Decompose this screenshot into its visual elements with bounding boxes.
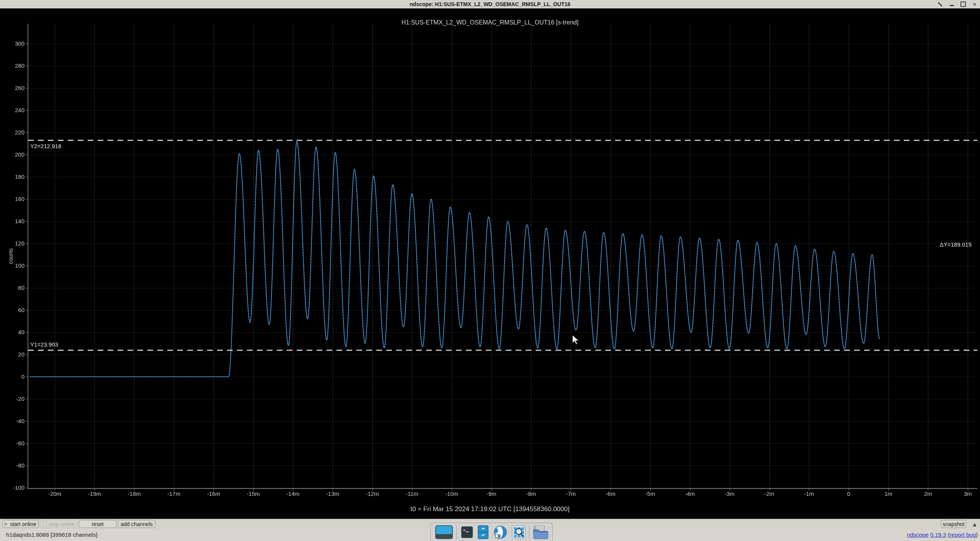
snapshot-button[interactable]: snapshot: [941, 520, 966, 528]
terminal-icon[interactable]: >: [460, 525, 474, 539]
y-tick-label: 220: [2, 129, 24, 136]
expand-triangle-button[interactable]: ▲: [970, 520, 980, 528]
x-tick-label: -10m: [436, 490, 467, 497]
x-tick-label: -20m: [39, 490, 70, 497]
y-tick-label: -40: [2, 418, 24, 424]
x-tick-label: -12m: [357, 490, 388, 497]
minimize-button[interactable]: [949, 1, 955, 7]
x-tick-label: 0: [833, 490, 864, 497]
x-tick-label: -8m: [516, 490, 546, 497]
maximize-button[interactable]: [960, 1, 966, 7]
desktop-icon[interactable]: [435, 525, 453, 539]
reset-button[interactable]: reset: [79, 520, 116, 528]
title-bar[interactable]: ndscope: H1:SUS-ETMX_L2_WD_OSEMAC_RMSLP_…: [0, 0, 980, 9]
x-tick-label: -11m: [397, 490, 427, 497]
y-tick-label: 140: [2, 218, 24, 224]
y-tick-label: 160: [2, 196, 24, 202]
close-button[interactable]: ✕: [972, 1, 978, 7]
x-tick-label: -15m: [238, 490, 269, 497]
x-tick-label: -6m: [595, 490, 626, 497]
x-tick-label: -17m: [158, 490, 189, 497]
y-tick-label: 20: [2, 351, 24, 358]
snapshot-label: snapshot: [943, 521, 965, 527]
server-status: h1daqnds1:8088 [399618 channels]: [6, 531, 98, 538]
version-info: ndscope 0.19.3 (report bug): [907, 531, 978, 538]
y-tick-label: 260: [2, 85, 24, 91]
shade-button[interactable]: [937, 1, 943, 7]
y-tick-label: 120: [2, 240, 24, 247]
y-tick-label: 0: [2, 373, 24, 380]
x-tick-label: -2m: [754, 490, 785, 497]
web-browser-icon[interactable]: [492, 525, 508, 539]
delta-y-label: ΔY=189.015: [940, 241, 972, 248]
t0-label: t0 = Fri Mar 15 2024 17:19:02 UTC [13945…: [0, 505, 980, 513]
y-tick-label: 280: [2, 62, 24, 69]
report-bug-link[interactable]: report bug: [950, 531, 976, 538]
reset-label: reset: [91, 521, 103, 527]
bug-paren-close: ): [976, 531, 978, 538]
start-online-label: start online: [10, 521, 36, 527]
y-tick-label: -60: [2, 440, 24, 446]
y-tick-label: 180: [2, 173, 24, 180]
ndscope-link[interactable]: ndscope: [907, 531, 929, 538]
x-tick-label: -3m: [714, 490, 745, 497]
x-tick-label: -1m: [794, 490, 824, 497]
x-tick-label: 3m: [952, 490, 980, 497]
y-tick-label: 80: [2, 284, 24, 291]
x-tick-label: 2m: [913, 490, 943, 497]
version-link[interactable]: 0.19.3: [930, 531, 946, 538]
y-tick-label: 60: [2, 307, 24, 313]
x-tick-label: -5m: [635, 490, 666, 497]
y-tick-label: 240: [2, 107, 24, 113]
plot-area: H1:SUS-ETMX_L2_WD_OSEMAC_RMSLP_LL_OUT16 …: [0, 8, 980, 519]
y-tick-label: -80: [2, 462, 24, 469]
x-tick-label: -19m: [79, 490, 110, 497]
y-tick-label: -20: [2, 396, 24, 402]
x-tick-label: -4m: [675, 490, 705, 497]
start-online-button[interactable]: start online: [2, 520, 39, 528]
mouse-cursor: [572, 335, 581, 347]
plot-canvas[interactable]: [0, 8, 980, 519]
x-tick-label: 1m: [873, 490, 904, 497]
x-tick-label: -9m: [476, 490, 507, 497]
svg-text:>: >: [463, 528, 466, 532]
taskbar-dock: >: [430, 523, 553, 541]
dock-separator: [529, 525, 529, 539]
y-tick-label: 40: [2, 329, 24, 335]
stop-icon: [42, 522, 47, 526]
y-tick-label: -100: [2, 484, 24, 491]
x-tick-label: -13m: [317, 490, 348, 497]
add-channels-button[interactable]: add channels: [118, 520, 155, 528]
window-title: ndscope: H1:SUS-ETMX_L2_WD_OSEMAC_RMSLP_…: [410, 1, 570, 7]
file-manager-icon[interactable]: [533, 525, 548, 539]
x-tick-label: -16m: [198, 490, 229, 497]
play-icon: [5, 522, 8, 526]
cursor-y1-label[interactable]: Y1=23.903: [30, 341, 58, 348]
x-tick-label: -7m: [555, 490, 586, 497]
y-tick-label: 300: [2, 40, 24, 47]
y-tick-label: 200: [2, 151, 24, 158]
plot-title: H1:SUS-ETMX_L2_WD_OSEMAC_RMSLP_LL_OUT16 …: [0, 19, 980, 26]
x-tick-label: -14m: [278, 490, 308, 497]
file-cabinet-icon[interactable]: [477, 525, 489, 539]
window-controls: ✕: [937, 0, 978, 8]
stop-online-button[interactable]: stop online: [40, 520, 77, 528]
application-finder-icon[interactable]: [512, 525, 526, 539]
stop-online-label: stop online: [49, 521, 75, 527]
x-tick-label: -18m: [119, 490, 149, 497]
add-channels-label: add channels: [121, 521, 152, 527]
dock-separator: [456, 525, 457, 539]
cursor-y2-label[interactable]: Y2=212.918: [30, 143, 61, 149]
y-tick-label: 100: [2, 262, 24, 269]
app-window: ndscope: H1:SUS-ETMX_L2_WD_OSEMAC_RMSLP_…: [0, 0, 980, 541]
